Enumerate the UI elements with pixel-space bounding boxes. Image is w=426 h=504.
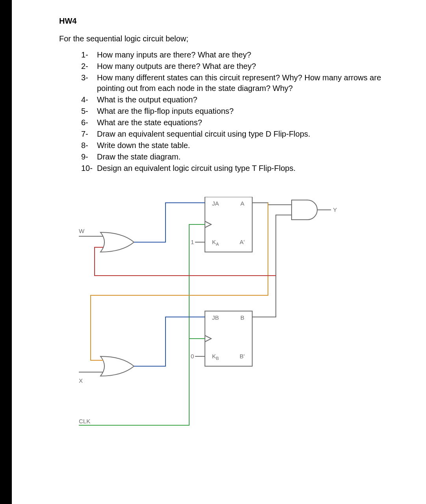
flip-flop-a: JA KA A A' [205, 197, 252, 252]
question-item: 9- Draw the state diagram. [81, 152, 386, 162]
question-item: 4- What is the output equation? [81, 94, 386, 105]
question-number: 5- [81, 106, 97, 117]
ka-sub: A [216, 242, 219, 246]
question-text: What are the state equations? [97, 117, 202, 128]
question-number: 1- [81, 50, 97, 60]
question-number: 4- [81, 94, 97, 105]
question-text: Draw the state diagram. [97, 152, 180, 162]
y-output-label: Y [333, 206, 337, 213]
clk-wires: CLK [79, 224, 205, 425]
question-text: Design an equivalent logic circuit using… [97, 163, 296, 174]
or-gate-upper [100, 232, 134, 252]
question-item: 5- What are the flip-flop inputs equatio… [81, 106, 386, 117]
and-gate-output: Y [292, 200, 337, 220]
question-number: 2- [81, 61, 97, 72]
kb-sub: B [216, 356, 219, 361]
question-item: 2- How many outputs are there? What are … [81, 61, 386, 72]
question-text: How many different states can this circu… [97, 72, 386, 94]
x-input-label: X [79, 377, 83, 384]
or-upper-to-ja [134, 203, 205, 242]
const1-label: 1 [191, 239, 194, 245]
question-text: What is the output equation? [97, 94, 197, 105]
jb-label: JB [212, 314, 219, 321]
question-text: How many inputs are there? What are they… [97, 50, 251, 60]
assignment-title: HW4 [59, 16, 386, 26]
question-number: 6- [81, 117, 97, 128]
a-bar-output-label: A' [240, 239, 245, 245]
b-output-label: B [240, 314, 244, 321]
a-output-wires [91, 203, 292, 360]
or-gate-lower [100, 356, 134, 376]
question-item: 6- What are the state equations? [81, 117, 386, 128]
question-text: Draw an equivalent sequential circuit us… [97, 129, 310, 139]
question-text: Write down the state table. [97, 140, 190, 151]
circuit-diagram: JA KA A A' JB KB B B' Y [79, 197, 347, 465]
question-number: 7- [81, 129, 97, 139]
ja-label: JA [212, 200, 219, 207]
question-text: How many outputs are there? What are the… [97, 61, 256, 72]
b-bar-output-label: B' [240, 353, 245, 359]
question-item: 7- Draw an equivalent sequential circuit… [81, 129, 386, 139]
question-text: What are the flip-flop inputs equations? [97, 106, 234, 117]
a-output-label: A [240, 200, 244, 207]
kb-label: K [212, 353, 216, 359]
ka-label: K [212, 239, 216, 245]
or-lower-to-jb [134, 317, 205, 366]
question-item: 1- How many inputs are there? What are t… [81, 50, 386, 60]
clk-input-label: CLK [79, 418, 90, 424]
w-input-label: W [79, 228, 85, 234]
question-number: 8- [81, 140, 97, 151]
page-binding-strip [0, 0, 12, 504]
question-item: 8- Write down the state table. [81, 140, 386, 151]
question-list: 1- How many inputs are there? What are t… [81, 50, 386, 174]
flip-flop-b: JB KB B B' [205, 311, 252, 366]
b-output-wires [95, 215, 292, 317]
const0-label: 0 [191, 353, 194, 359]
question-number: 3- [81, 72, 97, 94]
question-item: 3- How many different states can this ci… [81, 72, 386, 94]
question-number: 10- [81, 163, 97, 174]
question-item: 10- Design an equivalent logic circuit u… [81, 163, 386, 174]
intro-text: For the sequential logic circuit below; [59, 33, 386, 44]
page-content: HW4 For the sequential logic circuit bel… [59, 16, 386, 174]
question-number: 9- [81, 152, 97, 162]
